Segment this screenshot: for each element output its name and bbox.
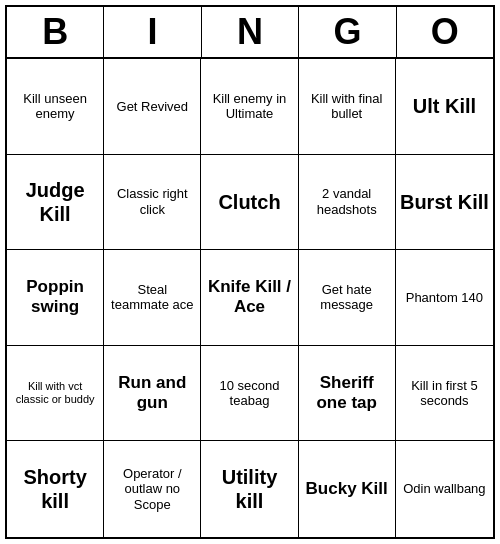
bingo-cell: Operator / outlaw no Scope — [104, 441, 201, 537]
header-letter: O — [397, 7, 493, 57]
header-letter: G — [299, 7, 396, 57]
header-letter: I — [104, 7, 201, 57]
bingo-header: BINGO — [7, 7, 493, 59]
bingo-cell: Kill enemy in Ultimate — [201, 59, 298, 155]
bingo-card: BINGO Kill unseen enemyGet RevivedKill e… — [5, 5, 495, 539]
bingo-cell: Steal teammate ace — [104, 250, 201, 346]
bingo-grid: Kill unseen enemyGet RevivedKill enemy i… — [7, 59, 493, 537]
bingo-cell: Sheriff one tap — [299, 346, 396, 442]
bingo-cell: Classic right click — [104, 155, 201, 251]
header-letter: B — [7, 7, 104, 57]
bingo-cell: Get Revived — [104, 59, 201, 155]
bingo-cell: Kill in first 5 seconds — [396, 346, 493, 442]
bingo-cell: Run and gun — [104, 346, 201, 442]
bingo-cell: Get hate message — [299, 250, 396, 346]
bingo-cell: Judge Kill — [7, 155, 104, 251]
bingo-cell: Utility kill — [201, 441, 298, 537]
bingo-cell: Odin wallbang — [396, 441, 493, 537]
bingo-cell: Kill with vct classic or buddy — [7, 346, 104, 442]
bingo-cell: Knife Kill / Ace — [201, 250, 298, 346]
bingo-cell: Poppin swing — [7, 250, 104, 346]
bingo-cell: Phantom 140 — [396, 250, 493, 346]
bingo-cell: 10 second teabag — [201, 346, 298, 442]
bingo-cell: Kill with final bullet — [299, 59, 396, 155]
bingo-cell: Shorty kill — [7, 441, 104, 537]
bingo-cell: 2 vandal headshots — [299, 155, 396, 251]
bingo-cell: Kill unseen enemy — [7, 59, 104, 155]
bingo-cell: Clutch — [201, 155, 298, 251]
bingo-cell: Burst Kill — [396, 155, 493, 251]
bingo-cell: Bucky Kill — [299, 441, 396, 537]
bingo-cell: Ult Kill — [396, 59, 493, 155]
header-letter: N — [202, 7, 299, 57]
